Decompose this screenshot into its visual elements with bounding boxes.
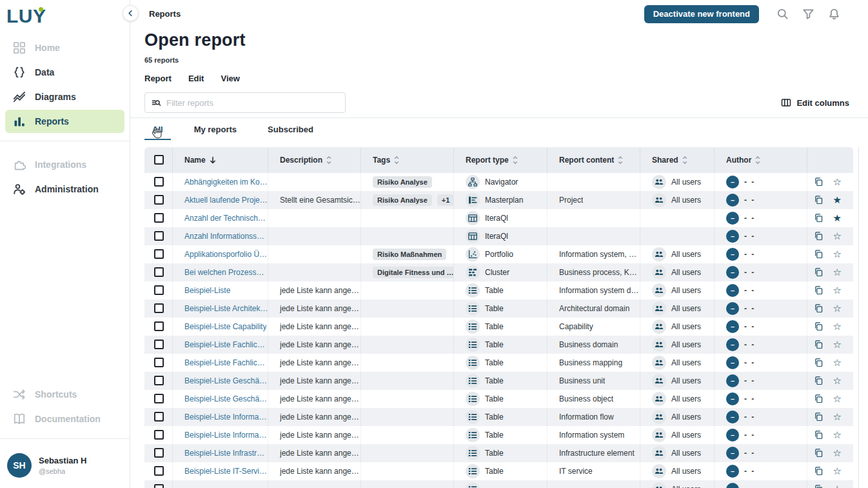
star-filled-icon[interactable]: ★ [833, 195, 842, 205]
copy-icon[interactable] [814, 321, 824, 331]
copy-icon[interactable] [814, 412, 824, 422]
user-panel[interactable]: SH Sebastian H @sebha [0, 445, 130, 488]
sidebar-item-shortcuts[interactable]: Shortcuts [5, 383, 124, 406]
row-checkbox[interactable] [154, 340, 164, 349]
star-outline-icon[interactable]: ☆ [833, 358, 842, 367]
filter-input[interactable] [165, 97, 339, 108]
row-checkbox[interactable] [154, 177, 164, 187]
report-name-link[interactable]: Beispiel-Liste Informati… [184, 412, 268, 422]
row-checkbox[interactable] [154, 412, 164, 422]
report-name-link[interactable]: Beispiel-Liste Fachlich… [184, 358, 268, 367]
select-all-checkbox[interactable] [154, 155, 164, 165]
star-outline-icon[interactable]: ☆ [833, 231, 842, 241]
star-outline-icon[interactable]: ☆ [833, 376, 842, 385]
copy-icon[interactable] [814, 484, 824, 488]
column-header-tags[interactable]: Tags [361, 147, 454, 173]
report-name-link[interactable]: Beispiel-Liste Informati… [184, 431, 268, 440]
tag-chip[interactable]: +1 [437, 194, 454, 206]
report-name-link[interactable]: Aktuell laufende Projek… [184, 196, 268, 205]
copy-icon[interactable] [814, 430, 824, 440]
menu-report[interactable]: Report [144, 74, 172, 83]
deactivate-frontend-button[interactable]: Deactivate new frontend [644, 5, 759, 23]
copy-icon[interactable] [814, 340, 824, 349]
star-outline-icon[interactable]: ☆ [833, 394, 842, 403]
report-name-link[interactable]: Anzahl der Technische… [184, 214, 268, 223]
row-checkbox[interactable] [154, 376, 164, 385]
menu-edit[interactable]: Edit [188, 74, 204, 83]
star-outline-icon[interactable]: ☆ [833, 484, 842, 488]
copy-icon[interactable] [814, 376, 824, 385]
star-outline-icon[interactable]: ☆ [833, 448, 842, 458]
tag-chip[interactable]: Risiko Maßnahmen [373, 249, 446, 260]
sidebar-item-reports[interactable]: Reports [5, 110, 124, 133]
sidebar-item-home[interactable]: Home [5, 36, 124, 59]
row-checkbox[interactable] [154, 448, 164, 458]
star-filled-icon[interactable]: ★ [833, 213, 842, 223]
row-checkbox[interactable] [154, 303, 164, 313]
notifications-bell-icon[interactable] [828, 8, 840, 20]
row-checkbox[interactable] [154, 249, 164, 259]
copy-icon[interactable] [814, 448, 824, 458]
report-name-link[interactable]: Anzahl Informationssy… [184, 232, 268, 241]
row-checkbox[interactable] [154, 231, 164, 241]
copy-icon[interactable] [814, 231, 824, 241]
row-checkbox[interactable] [154, 195, 164, 205]
column-header-report-type[interactable]: Report type [454, 147, 547, 173]
star-outline-icon[interactable]: ☆ [833, 267, 842, 277]
report-name-link[interactable]: Beispiel-Liste Geschäft… [184, 394, 268, 403]
star-outline-icon[interactable]: ☆ [833, 412, 842, 422]
sidebar-item-administration[interactable]: Administration [5, 178, 124, 201]
sidebar-item-data[interactable]: Data [5, 61, 124, 84]
row-checkbox[interactable] [154, 285, 164, 295]
copy-icon[interactable] [814, 195, 824, 205]
column-header-description[interactable]: Description [268, 147, 361, 173]
row-checkbox[interactable] [154, 358, 164, 367]
report-name-link[interactable]: Beispiel-Liste IT-Servic… [184, 467, 268, 476]
column-header-report-content[interactable]: Report content [547, 147, 640, 173]
copy-icon[interactable] [814, 394, 824, 403]
copy-icon[interactable] [814, 213, 824, 223]
tab-my-reports[interactable]: My reports [186, 118, 244, 140]
report-name-link[interactable]: Bei welchen Prozessen… [184, 268, 268, 277]
copy-icon[interactable] [814, 358, 824, 367]
copy-icon[interactable] [814, 249, 824, 259]
report-name-link[interactable]: Beispiel-Liste Architekt… [184, 304, 268, 313]
copy-icon[interactable] [814, 466, 824, 476]
tag-chip[interactable]: Risiko Analyse [373, 194, 432, 206]
row-checkbox[interactable] [154, 466, 164, 476]
report-name-link[interactable]: Beispiel-Liste Geschäft… [184, 376, 268, 385]
report-name-link[interactable]: Beispiel-Liste Capability [184, 322, 266, 331]
sidebar-item-diagrams[interactable]: Diagrams [5, 85, 124, 108]
tab-all[interactable]: All [144, 118, 171, 140]
sidebar-item-integrations[interactable]: Integrations [5, 153, 124, 176]
star-outline-icon[interactable]: ☆ [833, 303, 842, 313]
row-checkbox[interactable] [154, 267, 164, 277]
star-outline-icon[interactable]: ☆ [833, 321, 842, 331]
copy-icon[interactable] [814, 303, 824, 313]
filter-icon[interactable] [802, 8, 814, 20]
row-checkbox[interactable] [154, 213, 164, 223]
star-outline-icon[interactable]: ☆ [833, 340, 842, 349]
star-outline-icon[interactable]: ☆ [833, 285, 842, 295]
column-header-author[interactable]: Author [715, 147, 807, 173]
star-outline-icon[interactable]: ☆ [833, 430, 842, 440]
star-outline-icon[interactable]: ☆ [833, 249, 842, 259]
report-name-link[interactable]: Applikationsporfolio Ü… [184, 250, 267, 259]
row-checkbox[interactable] [154, 321, 164, 331]
star-outline-icon[interactable]: ☆ [833, 466, 842, 476]
sidebar-item-documentation[interactable]: Documentation [5, 407, 124, 431]
tag-chip[interactable]: Digitale Fitness und … [373, 267, 454, 278]
star-outline-icon[interactable]: ☆ [833, 177, 842, 187]
edit-columns-button[interactable]: Edit columns [777, 97, 853, 108]
report-name-link[interactable]: Abhängigkeiten im Kon… [184, 178, 268, 187]
tag-chip[interactable]: Risiko Analyse [373, 176, 432, 188]
tab-subscribed[interactable]: Subscribed [260, 118, 321, 140]
report-name-link[interactable]: Beispiel-Liste Infrastru… [184, 449, 268, 458]
copy-icon[interactable] [814, 267, 824, 277]
row-checkbox[interactable] [154, 430, 164, 440]
scrollbar-track[interactable] [858, 147, 859, 488]
menu-view[interactable]: View [221, 74, 239, 83]
report-name-link[interactable]: Beispiel-Liste [184, 286, 230, 295]
column-header-name[interactable]: Name [173, 147, 268, 173]
row-checkbox[interactable] [154, 484, 164, 488]
